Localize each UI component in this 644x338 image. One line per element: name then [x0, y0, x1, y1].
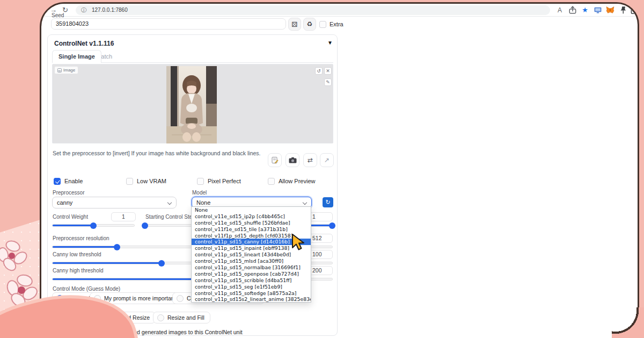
slider-knob[interactable] — [158, 260, 165, 267]
canny-high-value[interactable]: 200 — [309, 266, 333, 275]
browser-toolbar: → ↻ ⓘ 127.0.0.1:7860 A ★ — [41, 4, 638, 17]
seed-input[interactable]: 3591804023 — [51, 18, 286, 30]
preprocessor-select[interactable]: canny — [52, 197, 177, 208]
refresh-models-button[interactable]: ↻ — [323, 197, 333, 207]
option-label: My prompt is more important — [104, 295, 176, 301]
translate-icon[interactable]: A — [555, 6, 564, 15]
dropdown-option[interactable]: control_v11p_sd15s2_lineart_anime [3825e… — [192, 296, 311, 303]
option-label: Resize and Fill — [167, 314, 204, 321]
resolution-value[interactable]: 512 — [309, 234, 333, 243]
resolution-label: Preprocessor resolution — [53, 235, 109, 241]
dropdown-option[interactable]: control_v11p_sd15_seg [e1f51eb9] — [192, 284, 311, 290]
mirror-webcam-button[interactable]: ⇄ — [303, 153, 317, 167]
control-mode-label: Control Mode (Guess Mode) — [53, 286, 120, 292]
mouse-cursor — [291, 234, 306, 251]
slider-knob[interactable] — [142, 222, 148, 229]
allow-preview-checkbox[interactable] — [268, 178, 275, 185]
enable-checkbox[interactable] — [54, 178, 61, 185]
url-text: 127.0.0.1:7860 — [92, 7, 128, 13]
preprocessor-label: Preprocessor — [53, 190, 84, 196]
dropdown-option[interactable]: None — [192, 207, 311, 213]
allow-preview-label: Allow Preview — [279, 178, 315, 184]
site-info-icon[interactable]: ⓘ — [81, 5, 86, 15]
control-weight-value[interactable]: 1 — [111, 212, 136, 221]
slider-knob[interactable] — [114, 244, 120, 250]
memo-icon — [271, 156, 279, 164]
dropdown-option[interactable]: control_v11p_sd15_scribble [d4ba51ff] — [192, 277, 311, 284]
model-dropdown-list: None control_v11e_sd15_ip2p [c4bb465c] c… — [191, 206, 311, 303]
controlnet-input-photo — [166, 66, 217, 143]
controlnet-title: ControlNet v1.1.116 — [54, 40, 114, 47]
image-chip-icon — [57, 68, 62, 73]
dropdown-option[interactable]: control_v11p_sd15_openpose [cab727d4] — [192, 271, 311, 277]
canny-low-label: Canny low threshold — [53, 251, 101, 257]
pixel-perfect-checkbox[interactable] — [197, 178, 204, 185]
image-chip: Image — [54, 66, 78, 74]
low-vram-checkbox[interactable] — [126, 178, 133, 185]
metamask-fox-icon[interactable] — [606, 6, 614, 15]
pixel-perfect-label: Pixel Perfect — [208, 178, 241, 184]
dropdown-option[interactable]: control_v11p_sd15_normalbae [316696f1] — [192, 264, 311, 271]
image-dropzone[interactable]: Image — [52, 64, 333, 143]
bookmark-star-icon[interactable]: ★ — [581, 6, 589, 15]
browser-window: → ↻ ⓘ 127.0.0.1:7860 A ★ Seed 35918 — [40, 2, 639, 338]
preprocessor-value: canny — [57, 199, 72, 206]
dropdown-option[interactable]: control_v11f1e_sd15_tile [a371b31b] — [192, 226, 311, 233]
reuse-seed-button[interactable]: ♻ — [303, 18, 316, 31]
control-weight-label: Control Weight — [53, 214, 88, 220]
slider-knob[interactable] — [90, 222, 97, 229]
radio-icon — [177, 295, 184, 302]
collapse-caret-icon[interactable]: ▼ — [327, 40, 333, 46]
wallpaper-corner-overlay — [612, 307, 644, 338]
canny-high-label: Canny high threshold — [53, 268, 104, 274]
dropdown-option[interactable]: control_v11e_sd15_ip2p [c4bb465c] — [192, 213, 311, 220]
image-clear-icon[interactable]: ✕ — [324, 67, 332, 75]
dropdown-option[interactable]: control_v11p_sd15_lineart [43d4be0d] — [192, 251, 311, 258]
random-seed-button[interactable]: ⚄ — [288, 18, 301, 31]
model-label: Model — [192, 190, 207, 196]
send-dimensions-button[interactable]: ↗ — [320, 153, 334, 167]
extra-checkbox-label: Extra — [330, 21, 343, 27]
webcam-button[interactable] — [286, 153, 299, 167]
invert-hint-text: Set the preprocessor to [invert] If your… — [53, 150, 261, 156]
camera-icon — [289, 157, 297, 163]
pushpin-extension-icon[interactable] — [619, 6, 627, 15]
canny-low-value[interactable]: 100 — [309, 250, 333, 259]
control-weight-slider[interactable] — [52, 224, 135, 227]
tab-single-image[interactable]: Single Image — [52, 50, 101, 63]
new-canvas-button[interactable] — [268, 153, 282, 167]
chevron-down-icon — [167, 200, 172, 205]
dropdown-option[interactable]: control_v11p_sd15_mlsd [aca30ff0] — [192, 258, 311, 264]
image-chip-label: Image — [63, 68, 75, 73]
image-undo-icon[interactable]: ↺ — [315, 67, 323, 75]
starting-step-label: Starting Control Step — [145, 214, 195, 220]
extra-checkbox[interactable] — [319, 21, 326, 28]
monitor-extension-icon[interactable] — [594, 6, 602, 15]
enable-label: Enable — [64, 178, 83, 184]
seed-label: Seed — [52, 12, 64, 18]
resize-resize-and-fill[interactable]: Resize and Fill — [153, 312, 210, 323]
address-bar[interactable]: ⓘ 127.0.0.1:7860 — [76, 5, 550, 15]
slider-knob[interactable] — [329, 222, 335, 229]
chevron-down-icon — [303, 200, 307, 205]
radio-icon — [157, 314, 164, 321]
image-edit-icon[interactable]: ✎ — [324, 78, 332, 86]
low-vram-label: Low VRAM — [137, 178, 166, 184]
dropdown-option[interactable]: control_v11e_sd15_shuffle [526bfdae] — [192, 220, 311, 226]
share-icon[interactable] — [568, 6, 577, 15]
dropdown-option[interactable]: control_v11p_sd15_softedge [a8575a2a] — [192, 290, 311, 297]
ending-step-value[interactable]: 1 — [309, 212, 333, 221]
model-value: None — [196, 199, 210, 206]
